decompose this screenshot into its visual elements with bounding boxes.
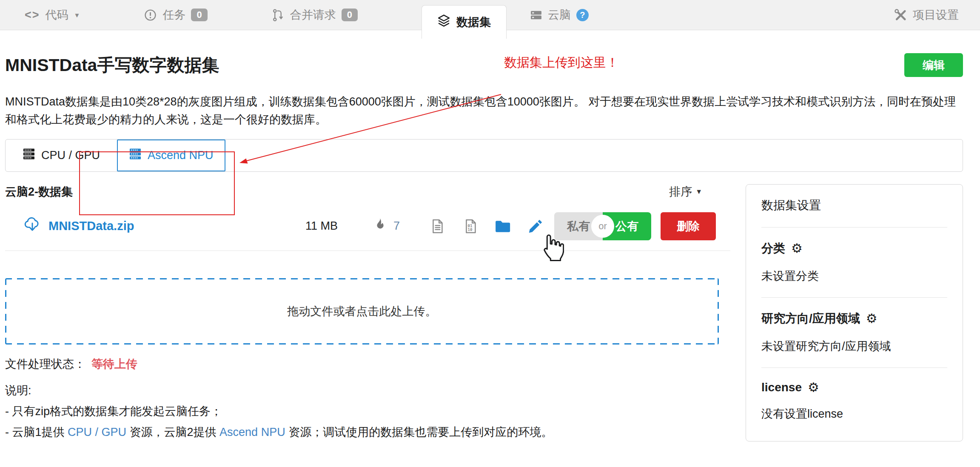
status-label: 文件处理状态： [5,356,85,372]
research-field-value: 未设置研究方向/应用领域 [761,339,947,354]
annotation-text: 数据集上传到这里！ [504,54,619,71]
license-section: license ⚙ 没有设置license [761,368,947,435]
download-count-value: 7 [393,219,400,233]
download-count: 7 [374,218,400,235]
nav-project-settings[interactable]: 项目设置 [894,7,959,23]
nav-pulls[interactable]: 合并请求 0 [271,7,358,23]
tools-icon [894,9,907,22]
nav-code[interactable]: <> 代码 ▼ [25,7,80,23]
merge-request-icon [271,9,285,22]
file-name: MNISTData.zip [48,219,134,233]
status-value: 等待上传 [91,356,137,372]
or-label: or [591,215,614,238]
fire-icon [374,218,386,235]
top-navbar: <> 代码 ▼ 任务 0 合并请求 0 数据集 云脑 [0,0,980,30]
dataset-description: MNISTData数据集是由10类28*28的灰度图片组成，训练数据集包含600… [5,93,963,129]
file-info-button[interactable] [430,219,445,234]
server-icon [530,9,542,21]
gear-icon[interactable]: ⚙ [808,381,819,394]
gear-icon[interactable]: ⚙ [866,312,877,325]
research-field-section: 研究方向/应用领域 ⚙ 未设置研究方向/应用领域 [761,298,947,368]
nav-cloudbrain[interactable]: 云脑 ? [530,7,589,23]
edit-pencil-button[interactable] [527,218,544,234]
note-text: 资源，云脑2提供 [126,426,219,439]
layers-icon [437,14,450,30]
page-title: MNISTData手写数字数据集 [5,54,219,77]
note-line-2: - 云脑1提供 CPU / GPU 资源，云脑2提供 Ascend NPU 资源… [5,424,730,440]
folder-button[interactable] [494,219,511,234]
cloud-download-icon [23,216,42,236]
tab-ascend-npu-label: Ascend NPU [148,149,214,162]
tab-datasets-active[interactable]: 数据集 [422,5,507,39]
chevron-down-icon: ▼ [695,188,702,195]
research-field-label: 研究方向/应用领域 [761,310,860,327]
category-value: 未设置分类 [761,268,947,284]
tab-ascend-npu[interactable]: Ascend NPU [117,140,225,171]
dataset-list-panel: 云脑2-数据集 排序 ▼ MNISTData.zip 11 MB [5,184,730,440]
nav-code-label: 代码 [46,7,68,23]
svg-text:01: 01 [468,223,473,228]
nav-settings-label: 项目设置 [913,7,959,23]
notes-title: 说明: [5,383,730,398]
visibility-toggle[interactable]: 私有 公有 or [554,212,651,240]
tab-cpu-gpu-label: CPU / GPU [41,149,100,162]
nav-issues-label: 任务 [162,7,185,23]
file-download-link[interactable]: MNISTData.zip [23,216,134,236]
note-line-1: - 只有zip格式的数据集才能发起云脑任务； [5,404,730,419]
dropzone-text: 拖动文件或者点击此处上传。 [288,304,437,319]
server-rack-icon [129,148,142,163]
help-icon[interactable]: ? [576,9,589,21]
pulls-count-badge: 0 [342,9,358,21]
chevron-down-icon: ▼ [74,12,80,18]
server-rack-icon [23,148,35,163]
tab-datasets-label: 数据集 [456,14,491,30]
main-content: MNISTData手写数字数据集 编辑 MNISTData数据集是由10类28*… [5,53,963,441]
note-text: - 云脑1提供 [5,426,68,439]
sort-label: 排序 [669,184,692,199]
sidebar-title: 数据集设置 [761,197,947,228]
issue-icon [144,9,157,22]
license-label: license [761,381,802,394]
ascend-npu-link[interactable]: Ascend NPU [219,426,285,439]
gear-icon[interactable]: ⚙ [791,242,803,255]
issues-count-badge: 0 [191,9,207,21]
sort-dropdown[interactable]: 排序 ▼ [669,184,702,199]
nav-pulls-label: 合并请求 [290,7,336,23]
tab-cpu-gpu[interactable]: CPU / GPU [11,140,111,171]
license-value: 没有设置license [761,406,947,421]
note-text: 资源；调试使用的数据集也需要上传到对应的环境。 [285,426,553,439]
hardware-tab-bar: CPU / GPU Ascend NPU [5,139,963,172]
category-section: 分类 ⚙ 未设置分类 [761,228,947,298]
cpu-gpu-link[interactable]: CPU / GPU [68,426,126,439]
delete-button[interactable]: 删除 [661,212,716,240]
dataset-settings-card: 数据集设置 分类 ⚙ 未设置分类 研究方向/应用领域 ⚙ 未设置研究方向/应用领… [746,184,963,441]
section-title: 云脑2-数据集 [5,184,73,199]
nav-issues[interactable]: 任务 0 [144,7,207,23]
edit-button[interactable]: 编辑 [904,53,963,77]
category-label: 分类 [761,240,785,256]
upload-dropzone[interactable]: 拖动文件或者点击此处上传。 [5,278,719,345]
nav-cloudbrain-label: 云脑 [548,7,571,23]
code-icon: <> [25,9,40,22]
divider [5,251,730,251]
binary-file-button[interactable]: 01 10 [463,219,478,234]
file-row: MNISTData.zip 11 MB 7 [5,212,730,240]
file-size: 11 MB [305,219,338,233]
svg-text:10: 10 [468,228,473,232]
